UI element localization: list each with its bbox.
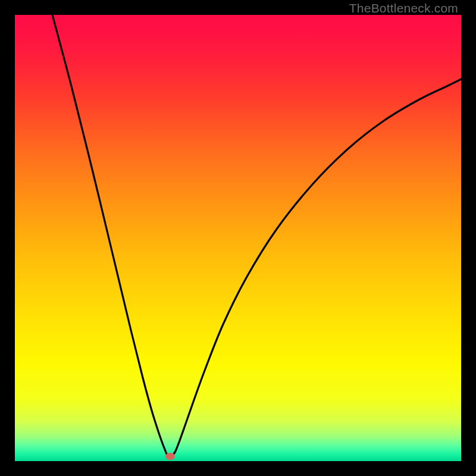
bottleneck-curve	[15, 15, 461, 461]
curve-left-branch	[52, 15, 167, 454]
minimum-marker	[165, 453, 175, 460]
chart-frame: TheBottleneck.com	[0, 0, 476, 476]
plot-area	[15, 15, 461, 461]
curve-right-branch	[174, 79, 461, 454]
watermark-text: TheBottleneck.com	[349, 1, 458, 15]
